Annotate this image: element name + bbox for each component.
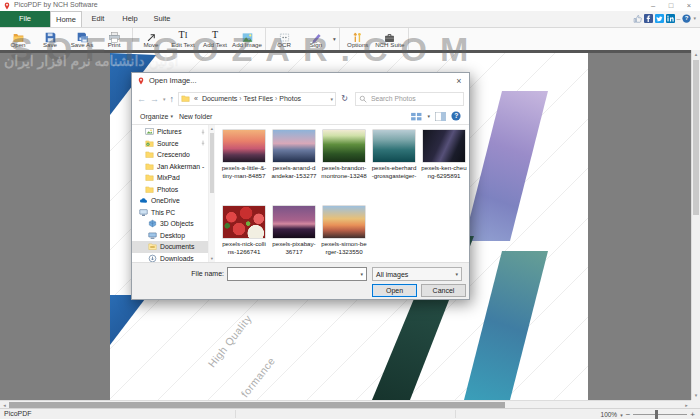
file-thumbnail [273, 130, 315, 162]
sidebar-item-documents[interactable]: Documents [132, 241, 208, 253]
dialog-close-button[interactable]: × [452, 74, 466, 88]
downloads-icon [148, 254, 157, 262]
history-dropdown-icon[interactable]: ▾ [163, 96, 166, 102]
thumbs-up-icon[interactable] [633, 14, 642, 23]
dialog-titlebar[interactable]: Open Image... × [132, 73, 469, 89]
folder-icon [181, 94, 190, 103]
breadcrumb-dropdown-icon[interactable]: ▾ [331, 96, 334, 102]
zoom-slider-thumb[interactable] [655, 410, 658, 419]
refresh-button[interactable]: ↻ [338, 92, 351, 106]
chevron-down-icon[interactable]: ▾ [333, 36, 336, 42]
sidebar-item-3d-objects[interactable]: 3D Objects [132, 218, 208, 230]
tab-file[interactable]: File [0, 11, 50, 27]
open-icon [13, 29, 24, 40]
toolbar-save-button[interactable]: Save [34, 28, 66, 50]
scroll-down-icon[interactable]: ▾ [209, 255, 215, 262]
twitter-icon[interactable] [655, 14, 664, 23]
forward-button[interactable]: → [150, 93, 159, 105]
file-item-pexels-a-little-tiny-man-848573[interactable]: pexels-a-little-&-tiny-man-848573 [219, 130, 269, 206]
toolbar-edit-text-button[interactable]: TIEdit Text [167, 28, 199, 50]
page-label-formance: formance [238, 354, 277, 399]
zoom-out-button[interactable]: − [626, 410, 631, 419]
toolbar-add-text-button[interactable]: TAdd Text [199, 28, 231, 50]
file-name: pexels-anand-dandekar-1532771 [269, 164, 319, 181]
scroll-up-icon[interactable]: ▴ [209, 125, 215, 132]
organize-button[interactable]: Organize ▾ [140, 113, 173, 120]
dialog-logo-icon [137, 77, 145, 85]
zoom-in-button[interactable]: + [690, 410, 695, 419]
toolbar-add-image-button[interactable]: Add Image [231, 28, 263, 50]
scrollbar-corner [691, 400, 700, 408]
sidebar-item-pictures[interactable]: Pictures [132, 126, 208, 138]
help-icon[interactable]: ? [682, 14, 691, 23]
horizontal-scrollbar[interactable]: ◂ ▸ [0, 400, 691, 408]
tab-help[interactable]: Help [114, 11, 146, 27]
help-icon[interactable]: ? [451, 111, 461, 121]
up-button[interactable]: ↑ [170, 93, 175, 105]
file-item-pexels-anand-dandekar-1532771[interactable]: pexels-anand-dandekar-1532771 [269, 130, 319, 206]
chevron-down-icon: ▾ [170, 113, 173, 119]
close-button[interactable]: × [680, 0, 698, 11]
vertical-scrollbar[interactable]: ▴ ▾ [691, 50, 700, 400]
search-input[interactable] [369, 94, 460, 103]
file-item-pexels-simon-berger-1323550[interactable]: pexels-simon-berger-1323550 [319, 206, 369, 262]
view-mode-dropdown-icon[interactable]: ▾ [427, 113, 430, 119]
sidebar-item-desktop[interactable]: Desktop [132, 230, 208, 242]
sidebar-scrollbar[interactable]: ▴ ▾ [208, 125, 215, 262]
sidebar-item-jan-akkerman[interactable]: Jan Akkerman - [132, 161, 208, 173]
file-item-pexels-eberhard-grossgasteiger-443446[interactable]: pexels-eberhard-grossgasteiger-443446 [369, 130, 419, 206]
sidebar-item-photos[interactable]: Photos [132, 184, 208, 196]
file-item-pexels-brandon-montrone-1324803[interactable]: pexels-brandon-montrone-1324803 [319, 130, 369, 206]
breadcrumb-segment-photos[interactable]: Photos [277, 95, 303, 102]
sidebar-item-downloads[interactable]: Downloads [132, 253, 208, 263]
chevron-down-icon[interactable]: ▾ [357, 271, 366, 277]
toolbar-move-button[interactable]: Move [135, 28, 167, 50]
file-type-select[interactable]: All images ▾ [372, 267, 462, 281]
file-item-pexels-pixabay-36717[interactable]: pexels-pixabay-36717 [269, 206, 319, 262]
file-name-input[interactable] [228, 271, 357, 278]
view-mode-icon[interactable] [411, 112, 422, 121]
dialog-body: PicturesSourceCrescendoJan Akkerman -Mix… [132, 125, 469, 262]
toolbar-nch-suite-button[interactable]: NCH Suite [374, 28, 406, 50]
scrollbar-thumb[interactable] [210, 133, 214, 193]
linkedin-icon[interactable] [666, 14, 675, 23]
open-button[interactable]: Open [372, 284, 417, 297]
file-name-label: File name: [188, 270, 224, 277]
chevron-down-icon[interactable]: ▾ [693, 14, 696, 23]
zoom-slider[interactable] [633, 414, 687, 415]
sidebar-item-source[interactable]: Source [132, 138, 208, 150]
toolbar-open-button[interactable]: Open [2, 28, 34, 50]
zoom-dropdown-icon[interactable]: ▾ [620, 412, 623, 418]
tab-suite[interactable]: Suite [146, 11, 178, 27]
file-item-pexels-nick-collins-1266741[interactable]: pexels-nick-collins-1266741 [219, 206, 269, 262]
breadcrumb-segment-documents[interactable]: Documents [200, 95, 239, 102]
maximize-button[interactable]: □ [662, 0, 680, 11]
save-as-icon [77, 29, 88, 40]
toolbar-save-as-button[interactable]: Save As [66, 28, 98, 50]
file-name: pexels-eberhard-grossgasteiger-443446 [369, 164, 419, 181]
cancel-button[interactable]: Cancel [421, 284, 466, 297]
toolbar-sign-button[interactable]: Sign [300, 28, 332, 50]
sidebar-item-onedrive[interactable]: OneDrive [132, 195, 208, 207]
toolbar-ocr-button[interactable]: OCR [268, 28, 300, 50]
breadcrumb-segment-test-files[interactable]: Test Files [242, 95, 276, 102]
toolbar-print-button[interactable]: Print [98, 28, 130, 50]
file-item-pexels-ken-cheung-6295891[interactable]: pexels-ken-cheung-6295891 [419, 130, 469, 206]
sidebar-item-this-pc[interactable]: This PC [132, 207, 208, 219]
scroll-up-icon[interactable]: ▴ [692, 50, 700, 59]
back-button[interactable]: ← [137, 93, 146, 105]
tab-home[interactable]: Home [50, 11, 82, 27]
preview-pane-icon[interactable] [435, 112, 446, 121]
facebook-icon[interactable] [644, 14, 653, 23]
sidebar-item-mixpad[interactable]: MixPad [132, 172, 208, 184]
places-sidebar: PicturesSourceCrescendoJan Akkerman -Mix… [132, 125, 208, 262]
sidebar-item-crescendo[interactable]: Crescendo [132, 149, 208, 161]
breadcrumb[interactable]: « Documents›Test Files›Photos ▾ [178, 92, 336, 106]
minimize-button[interactable]: – [644, 0, 662, 11]
scrollbar-thumb[interactable] [693, 60, 699, 215]
toolbar-options-button[interactable]: Options [342, 28, 374, 50]
tab-edit[interactable]: Edit [82, 11, 114, 27]
scroll-down-icon[interactable]: ▾ [692, 391, 700, 400]
new-folder-button[interactable]: New folder [179, 113, 212, 120]
breadcrumb-collapsed-icon[interactable]: « [194, 95, 198, 102]
